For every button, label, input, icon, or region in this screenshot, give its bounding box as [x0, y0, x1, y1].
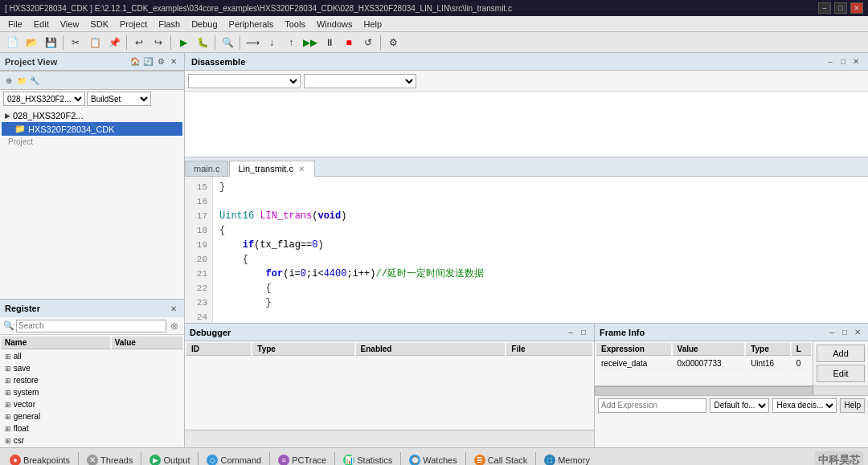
- register-row[interactable]: ⊞ all: [2, 351, 182, 361]
- dis-close-btn[interactable]: ✕: [850, 56, 862, 67]
- save-btn[interactable]: 💾: [42, 34, 59, 51]
- fi-minimize-btn[interactable]: –: [826, 327, 837, 338]
- edit-expression-btn[interactable]: Edit: [817, 365, 865, 382]
- code-content[interactable]: } Uint16 LIN_trans(void) { if(tx_flag==0…: [213, 177, 868, 323]
- tab-lin-close[interactable]: ✕: [297, 164, 306, 173]
- project-sync-btn[interactable]: 🔄: [142, 56, 154, 67]
- fi-maximize-btn[interactable]: □: [839, 327, 850, 338]
- help-btn[interactable]: Help: [840, 398, 865, 413]
- tree-item-label: 028_HXS320F2...: [13, 111, 83, 120]
- register-row[interactable]: ⊞ restore: [2, 375, 182, 385]
- project-dropdown[interactable]: 028_HXS320F2...: [3, 92, 85, 106]
- step-into-btn[interactable]: ↓: [263, 34, 280, 51]
- stop-btn[interactable]: ■: [340, 34, 358, 51]
- bt-sep8: [535, 452, 536, 466]
- menu-tools[interactable]: Tools: [280, 18, 310, 31]
- bt-sep5: [334, 452, 335, 466]
- frame-info-controls: – □ ✕: [826, 327, 863, 338]
- menu-edit[interactable]: Edit: [29, 18, 54, 31]
- register-title: Register: [5, 304, 40, 313]
- bt-output[interactable]: ▶ Output: [145, 453, 194, 466]
- register-row[interactable]: ⊞ csr: [2, 435, 182, 446]
- fi-close-btn[interactable]: ✕: [852, 327, 863, 338]
- menu-help[interactable]: Help: [359, 18, 387, 31]
- bt-threads[interactable]: ✕ Threads: [82, 453, 137, 466]
- project-settings-btn[interactable]: ⚙: [155, 56, 166, 67]
- proj-tb-btn1[interactable]: ⊕: [3, 75, 14, 86]
- reg-value: [112, 387, 182, 398]
- disassemble-content: [185, 92, 868, 157]
- add-expression-btn[interactable]: Add: [817, 345, 865, 362]
- menu-sdk[interactable]: SDK: [85, 18, 113, 31]
- register-row[interactable]: ⊞ system: [2, 387, 182, 398]
- reg-value: [112, 399, 182, 410]
- bt-pctrace[interactable]: ≡ PCTrace: [273, 453, 331, 466]
- bt-command[interactable]: ◇ Command: [202, 453, 266, 466]
- undo-btn[interactable]: ↩: [130, 34, 148, 51]
- dbg-minimize-btn[interactable]: –: [565, 327, 576, 338]
- bt-breakpoints[interactable]: ● Breakpoints: [5, 453, 75, 466]
- copy-btn[interactable]: 📋: [86, 34, 104, 51]
- fi-col-expression: Expression: [596, 343, 671, 356]
- settings-btn[interactable]: ⚙: [384, 34, 402, 51]
- paste-btn[interactable]: 📌: [105, 34, 123, 51]
- new-btn[interactable]: 📄: [3, 34, 21, 51]
- tree-item-cdk[interactable]: 📁 HXS320F28034_CDK: [2, 122, 182, 136]
- dis-addr-dropdown[interactable]: [188, 74, 301, 88]
- frame-buttons: Add Edit: [813, 341, 868, 385]
- register-tbody: ⊞ all⊞ save⊞ restore⊞ system⊞ vector⊞ ge…: [2, 351, 182, 446]
- fi-scrollbar[interactable]: [595, 385, 868, 395]
- menu-peripherals[interactable]: Peripherals: [224, 18, 279, 31]
- run-btn[interactable]: ▶▶: [301, 34, 319, 51]
- proj-tb-btn2[interactable]: 📁: [16, 75, 27, 86]
- search-clear-btn[interactable]: ⊗: [168, 320, 181, 332]
- dis-minimize-btn[interactable]: –: [825, 56, 836, 67]
- bt-watches[interactable]: ⌚ Watches: [404, 453, 461, 466]
- register-close-btn[interactable]: ✕: [168, 303, 179, 314]
- dis-mode-dropdown[interactable]: [304, 74, 416, 88]
- cut-btn[interactable]: ✂: [67, 34, 84, 51]
- build-btn[interactable]: ▶: [174, 34, 192, 51]
- project-view-header: Project View 🏠 🔄 ⚙ ✕: [0, 53, 184, 71]
- reg-name: ⊞ csr: [2, 435, 110, 446]
- bt-memory[interactable]: □ Memory: [539, 453, 595, 466]
- pause-btn[interactable]: ⏸: [321, 34, 338, 51]
- menu-project[interactable]: Project: [115, 18, 152, 31]
- tab-main-c[interactable]: main.c: [185, 161, 228, 176]
- reset-btn[interactable]: ↺: [359, 34, 377, 51]
- menu-windows[interactable]: Windows: [312, 18, 358, 31]
- redo-btn[interactable]: ↪: [149, 34, 167, 51]
- debug-btn[interactable]: 🐛: [194, 34, 211, 51]
- bt-callstack[interactable]: ≣ Call Stack: [469, 453, 533, 466]
- menu-debug[interactable]: Debug: [186, 18, 222, 31]
- register-row[interactable]: ⊞ vector: [2, 399, 182, 410]
- hexa-format-dropdown[interactable]: Hexa decis...: [772, 398, 837, 413]
- step-over-btn[interactable]: ⟶: [244, 34, 261, 51]
- minimize-button[interactable]: –: [818, 2, 831, 14]
- project-close-btn[interactable]: ✕: [168, 56, 179, 67]
- register-row[interactable]: ⊞ general: [2, 411, 182, 422]
- register-search-input[interactable]: [16, 320, 166, 332]
- project-home-btn[interactable]: 🏠: [129, 56, 141, 67]
- tree-item-project[interactable]: ▶ 028_HXS320F2...: [2, 109, 182, 122]
- register-row[interactable]: ⊞ float: [2, 423, 182, 434]
- dis-maximize-btn[interactable]: □: [837, 56, 849, 67]
- close-button[interactable]: ✕: [850, 2, 863, 14]
- debugger-scrollbar[interactable]: [185, 430, 594, 447]
- search-btn[interactable]: 🔍: [219, 34, 236, 51]
- add-expression-input[interactable]: [598, 398, 706, 413]
- menu-file[interactable]: File: [3, 18, 27, 31]
- tab-lin-transmit[interactable]: Lin_transmit.c ✕: [229, 161, 314, 177]
- menu-flash[interactable]: Flash: [154, 18, 185, 31]
- menu-view[interactable]: View: [55, 18, 84, 31]
- code-area[interactable]: 15 16 17 18 19 20 21 22 23 24 25 26 27 2…: [185, 177, 868, 323]
- bt-statistics[interactable]: 📊 Statistics: [338, 453, 397, 466]
- buildset-dropdown[interactable]: BuildSet: [87, 92, 151, 106]
- step-out-btn[interactable]: ↑: [282, 34, 300, 51]
- open-btn[interactable]: 📂: [23, 34, 40, 51]
- register-row[interactable]: ⊞ save: [2, 363, 182, 373]
- maximize-button[interactable]: □: [834, 2, 847, 14]
- proj-tb-btn3[interactable]: 🔧: [29, 75, 40, 86]
- dbg-maximize-btn[interactable]: □: [578, 327, 589, 338]
- default-format-dropdown[interactable]: Default fo...: [710, 398, 769, 413]
